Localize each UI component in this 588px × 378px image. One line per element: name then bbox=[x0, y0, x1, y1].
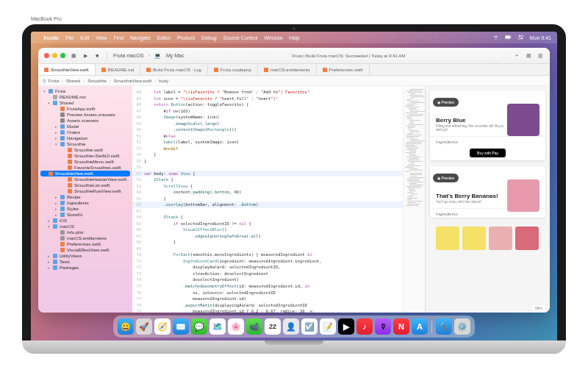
ingredient-thumb[interactable] bbox=[436, 227, 459, 250]
disclosure-icon[interactable]: ▸ bbox=[54, 207, 58, 211]
file-macos-entitlements[interactable]: macOS.entitlements bbox=[38, 235, 132, 241]
disclosure-icon[interactable]: ▾ bbox=[47, 101, 51, 105]
code-line[interactable]: 57var body: some View { bbox=[132, 171, 403, 177]
menu-view[interactable]: View bbox=[96, 35, 107, 40]
code-line[interactable]: 53 #endif bbox=[132, 146, 403, 152]
file-smoothierowview-swift[interactable]: SmoothieRowView.swift bbox=[38, 188, 132, 194]
code-line[interactable]: 62 .overlay(bottomBar, alignment: .botto… bbox=[132, 202, 403, 208]
file-navigation[interactable]: ▸Navigation bbox=[38, 135, 132, 141]
code-line[interactable]: 67 .edgesIgnoringSafeArea(.all) bbox=[132, 233, 403, 240]
disclosure-icon[interactable]: ▸ bbox=[54, 124, 58, 129]
preview-pill[interactable]: ◉ Preview bbox=[433, 98, 459, 107]
disclosure-icon[interactable]: ▾ bbox=[54, 142, 58, 146]
menu-navigate[interactable]: Navigate bbox=[130, 35, 151, 40]
file-favoritesmoothies-swift[interactable]: FavoriteSmoothies.swift bbox=[38, 165, 132, 171]
menu-file[interactable]: File bbox=[65, 35, 74, 40]
file-tests[interactable]: ▸Tests bbox=[38, 259, 132, 265]
file-shared[interactable]: ▾Shared bbox=[38, 100, 132, 106]
dock-reminders-icon[interactable]: ☑️ bbox=[301, 318, 318, 335]
file-utilityviews[interactable]: ▸UtilityViews bbox=[38, 253, 132, 259]
plus-icon[interactable]: + bbox=[513, 52, 520, 60]
code-line[interactable]: 66 VisualEffectBlur() bbox=[132, 227, 403, 233]
menu-find[interactable]: Find bbox=[113, 35, 123, 40]
menu-edit[interactable]: Edit bbox=[80, 35, 89, 40]
code-line[interactable]: 56 bbox=[132, 164, 403, 171]
preview-card-0[interactable]: ◉ PreviewBerry BlueFilling and refreshin… bbox=[430, 90, 545, 160]
file-visualeffectview-swift[interactable]: VisualEffectView.swift bbox=[38, 247, 132, 253]
file-recipe[interactable]: ▸Recipe bbox=[38, 194, 132, 200]
breadcrumb-item[interactable]: Fruta bbox=[49, 79, 59, 83]
code-line[interactable]: 68 } bbox=[132, 239, 403, 246]
ingredient-thumb[interactable] bbox=[515, 227, 539, 250]
code-line[interactable]: 58 ZStack { bbox=[132, 176, 403, 183]
file-fruta[interactable]: ▾Fruta bbox=[38, 88, 132, 94]
code-line[interactable]: 47 #if os(iOS) bbox=[132, 108, 403, 115]
project-navigator[interactable]: ▾FrutaREADME.md▾SharedFrutaApp.swiftPrev… bbox=[38, 86, 132, 313]
file-smoothiemenu-swift[interactable]: SmoothieMenu.swift bbox=[38, 159, 132, 165]
breadcrumb-item[interactable]: Shared bbox=[66, 79, 80, 83]
code-line[interactable]: 45 let icon = "\(isFavorite ? "heart.fil… bbox=[132, 96, 403, 102]
ingredient-thumb[interactable] bbox=[489, 227, 512, 250]
inspector-toggle-icon[interactable]: ▥ bbox=[537, 52, 544, 60]
code-line[interactable]: 78 .aspectRatio(displayingAsCard: select… bbox=[132, 302, 403, 309]
dock-facetime-icon[interactable]: 📹 bbox=[246, 318, 262, 335]
tab-5[interactable]: Preferences.swift bbox=[317, 64, 370, 75]
disclosure-icon[interactable]: ▸ bbox=[54, 213, 58, 217]
file-smoothie[interactable]: ▾Smoothie bbox=[38, 141, 132, 147]
dock-maps-icon[interactable]: 🗺️ bbox=[209, 318, 226, 335]
file-styles[interactable]: ▸Styles bbox=[38, 206, 132, 212]
disclosure-icon[interactable]: ▸ bbox=[54, 201, 58, 205]
disclosure-icon[interactable]: ▾ bbox=[47, 224, 51, 229]
disclosure-icon[interactable]: ▸ bbox=[54, 195, 58, 199]
code-line[interactable]: 55} bbox=[132, 158, 403, 165]
disclosure-icon[interactable]: ▸ bbox=[47, 265, 51, 270]
code-line[interactable]: 44 let label = "\(isFavorite ? "Remove f… bbox=[132, 89, 403, 96]
code-editor[interactable]: 44 let label = "\(isFavorite ? "Remove f… bbox=[132, 86, 403, 313]
jump-bar-icon[interactable]: ⟨⟩ bbox=[43, 78, 46, 83]
dock-safari-icon[interactable]: 🧭 bbox=[154, 318, 171, 335]
file-smoothieview-swift[interactable]: SmoothieView.swift bbox=[40, 171, 130, 176]
ingredient-thumb[interactable] bbox=[462, 227, 486, 250]
dock-appstore-icon[interactable]: A bbox=[412, 318, 428, 335]
breadcrumb-item[interactable]: body bbox=[159, 79, 168, 83]
tab-1[interactable]: README.md bbox=[96, 64, 141, 75]
file-model[interactable]: ▸Model bbox=[38, 124, 132, 129]
dock-calendar-icon[interactable]: 22 bbox=[265, 318, 281, 335]
code-line[interactable]: 77 measuredIngredient.id) bbox=[132, 296, 403, 302]
device-selector[interactable]: My Mac bbox=[166, 53, 184, 58]
menu-product[interactable]: Product bbox=[177, 35, 195, 40]
dock-finder-icon[interactable]: 😀 bbox=[118, 318, 134, 335]
menu-window[interactable]: Window bbox=[264, 35, 282, 40]
code-line[interactable]: 76 ns, isSource: selectedIngredientID bbox=[132, 290, 403, 296]
code-line[interactable]: 49 .imageScale(.large) bbox=[132, 121, 403, 127]
breadcrumb-item[interactable]: Smoothie bbox=[87, 79, 106, 83]
code-line[interactable]: 69 bbox=[132, 246, 403, 252]
file-smoothie-swiftui-swift[interactable]: Smoothie+SwiftUI.swift bbox=[38, 153, 132, 159]
file-preview-assets-xcassets[interactable]: Preview Assets.xcassets bbox=[38, 112, 132, 118]
tab-3[interactable]: Fruta.xcodeproj bbox=[208, 64, 258, 75]
battery-icon[interactable] bbox=[505, 34, 512, 41]
zoom-level[interactable]: 58% bbox=[532, 305, 545, 311]
disclosure-icon[interactable]: ▸ bbox=[47, 260, 51, 264]
code-line[interactable]: 54 } bbox=[132, 151, 403, 158]
code-line[interactable]: 61 } bbox=[132, 196, 403, 202]
file-assets-xcassets[interactable]: Assets.xcassets bbox=[38, 118, 132, 124]
breadcrumb[interactable]: ⟨⟩Fruta›Shared›Smoothie›SmoothieView.swi… bbox=[38, 76, 550, 86]
code-line[interactable]: 73 closeAction: deselectIngredient bbox=[132, 271, 403, 277]
library-icon[interactable]: ▤ bbox=[525, 52, 532, 60]
disclosure-icon[interactable]: ▸ bbox=[54, 136, 58, 140]
file-storekit[interactable]: ▸StoreKit bbox=[38, 212, 132, 218]
code-line[interactable]: 72 displayAsCard: selectedIngredientID, bbox=[132, 264, 403, 271]
breadcrumb-item[interactable]: SmoothieView.swift bbox=[114, 79, 152, 83]
minimap[interactable] bbox=[403, 86, 425, 313]
code-line[interactable]: 75 .matchedGeometryEffect(id: measuredIn… bbox=[132, 283, 403, 290]
code-line[interactable]: 48 Image(systemName: icon) bbox=[132, 114, 403, 121]
disclosure-icon[interactable]: ▸ bbox=[47, 254, 51, 258]
app-menu[interactable]: Xcode bbox=[43, 35, 59, 40]
preview-card-1[interactable]: ◉ PreviewThat's Berry Bananas!You'll go … bbox=[430, 166, 545, 218]
preview-pill[interactable]: ◉ Preview bbox=[433, 174, 459, 182]
zoom-button[interactable] bbox=[60, 53, 65, 58]
run-button[interactable]: ▶ bbox=[82, 52, 89, 60]
stop-button[interactable]: ■ bbox=[93, 52, 101, 60]
code-line[interactable]: 64 ZStack { bbox=[132, 214, 403, 221]
